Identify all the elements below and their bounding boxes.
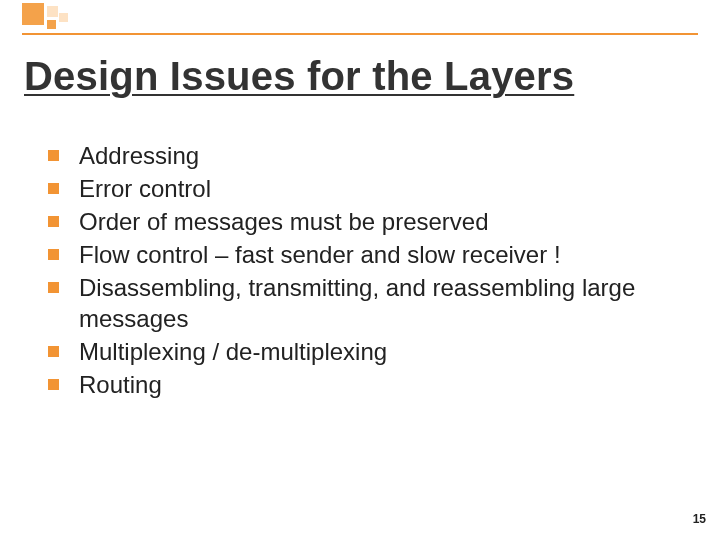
- list-item: Routing: [48, 369, 668, 400]
- list-item-text: Order of messages must be preserved: [79, 206, 489, 237]
- list-item: Order of messages must be preserved: [48, 206, 668, 237]
- bullet-icon: [48, 379, 59, 390]
- list-item: Addressing: [48, 140, 668, 171]
- list-item-text: Error control: [79, 173, 211, 204]
- bullet-icon: [48, 216, 59, 227]
- list-item: Flow control – fast sender and slow rece…: [48, 239, 668, 270]
- deco-square-small: [47, 20, 56, 29]
- bullet-icon: [48, 249, 59, 260]
- list-item-text: Multiplexing / de-multiplexing: [79, 336, 387, 367]
- list-item: Error control: [48, 173, 668, 204]
- bullet-icon: [48, 282, 59, 293]
- header-rule: [22, 33, 698, 35]
- list-item-text: Routing: [79, 369, 162, 400]
- deco-square-small: [59, 13, 68, 22]
- deco-square-small: [47, 6, 58, 17]
- list-item: Multiplexing / de-multiplexing: [48, 336, 668, 367]
- slide: Design Issues for the Layers Addressing …: [0, 0, 720, 540]
- bullet-icon: [48, 150, 59, 161]
- deco-square-large: [22, 3, 44, 25]
- list-item-text: Flow control – fast sender and slow rece…: [79, 239, 561, 270]
- page-number: 15: [693, 512, 706, 526]
- header-decoration: [0, 0, 720, 38]
- list-item-text: Disassembling, transmitting, and reassem…: [79, 272, 668, 334]
- bullet-icon: [48, 346, 59, 357]
- slide-title: Design Issues for the Layers: [24, 54, 574, 99]
- bullet-icon: [48, 183, 59, 194]
- bullet-list: Addressing Error control Order of messag…: [48, 140, 668, 402]
- list-item: Disassembling, transmitting, and reassem…: [48, 272, 668, 334]
- list-item-text: Addressing: [79, 140, 199, 171]
